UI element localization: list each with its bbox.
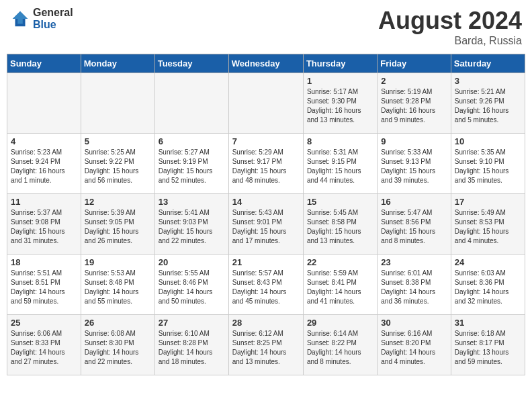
weekday-header-monday: Monday bbox=[81, 54, 154, 73]
day-number: 26 bbox=[85, 318, 151, 328]
day-number: 2 bbox=[381, 76, 447, 86]
day-info: Sunrise: 5:33 AM Sunset: 9:13 PM Dayligh… bbox=[381, 148, 447, 185]
day-info: Sunrise: 5:51 AM Sunset: 8:51 PM Dayligh… bbox=[11, 269, 77, 306]
day-info: Sunrise: 6:12 AM Sunset: 8:25 PM Dayligh… bbox=[232, 329, 300, 367]
calendar-week-4: 18Sunrise: 5:51 AM Sunset: 8:51 PM Dayli… bbox=[7, 255, 525, 315]
day-number: 20 bbox=[159, 257, 225, 267]
day-number: 15 bbox=[307, 197, 373, 207]
calendar-cell: 14Sunrise: 5:43 AM Sunset: 9:01 PM Dayli… bbox=[228, 194, 303, 255]
day-info: Sunrise: 5:47 AM Sunset: 8:56 PM Dayligh… bbox=[381, 208, 447, 246]
day-number: 4 bbox=[11, 136, 77, 146]
calendar-cell: 29Sunrise: 6:14 AM Sunset: 8:22 PM Dayli… bbox=[303, 315, 377, 375]
calendar-cell bbox=[81, 73, 154, 134]
day-info: Sunrise: 5:39 AM Sunset: 9:05 PM Dayligh… bbox=[85, 208, 151, 246]
calendar-cell: 4Sunrise: 5:23 AM Sunset: 9:24 PM Daylig… bbox=[7, 134, 81, 194]
day-info: Sunrise: 5:43 AM Sunset: 9:01 PM Dayligh… bbox=[232, 208, 300, 246]
calendar-cell: 10Sunrise: 5:35 AM Sunset: 9:10 PM Dayli… bbox=[451, 134, 525, 194]
logo: General Blue bbox=[10, 7, 73, 30]
day-number: 28 bbox=[232, 318, 300, 328]
calendar-cell: 30Sunrise: 6:16 AM Sunset: 8:20 PM Dayli… bbox=[378, 315, 451, 375]
logo-icon bbox=[10, 9, 30, 29]
day-number: 18 bbox=[11, 257, 77, 267]
day-number: 6 bbox=[159, 136, 225, 146]
logo-text: General Blue bbox=[33, 7, 73, 30]
calendar-cell: 2Sunrise: 5:19 AM Sunset: 9:28 PM Daylig… bbox=[378, 73, 451, 134]
day-info: Sunrise: 5:41 AM Sunset: 9:03 PM Dayligh… bbox=[159, 208, 225, 246]
calendar-cell: 5Sunrise: 5:25 AM Sunset: 9:22 PM Daylig… bbox=[81, 134, 154, 194]
day-number: 14 bbox=[232, 197, 300, 207]
calendar-cell: 22Sunrise: 5:59 AM Sunset: 8:41 PM Dayli… bbox=[303, 255, 377, 315]
calendar-cell: 8Sunrise: 5:31 AM Sunset: 9:15 PM Daylig… bbox=[303, 134, 377, 194]
day-number: 1 bbox=[307, 76, 373, 86]
day-info: Sunrise: 5:55 AM Sunset: 8:46 PM Dayligh… bbox=[159, 269, 225, 306]
day-info: Sunrise: 5:37 AM Sunset: 9:08 PM Dayligh… bbox=[11, 208, 77, 246]
day-number: 19 bbox=[85, 257, 151, 267]
day-number: 24 bbox=[455, 257, 521, 267]
calendar-week-2: 4Sunrise: 5:23 AM Sunset: 9:24 PM Daylig… bbox=[7, 134, 525, 194]
weekday-header-thursday: Thursday bbox=[303, 54, 377, 73]
calendar-cell: 7Sunrise: 5:29 AM Sunset: 9:17 PM Daylig… bbox=[228, 134, 303, 194]
calendar-cell: 31Sunrise: 6:18 AM Sunset: 8:17 PM Dayli… bbox=[451, 315, 525, 375]
weekday-header-wednesday: Wednesday bbox=[228, 54, 303, 73]
day-number: 13 bbox=[159, 197, 225, 207]
day-number: 5 bbox=[85, 136, 151, 146]
day-info: Sunrise: 5:49 AM Sunset: 8:53 PM Dayligh… bbox=[455, 208, 521, 246]
day-number: 7 bbox=[232, 136, 300, 146]
calendar-cell bbox=[154, 73, 228, 134]
month-title: August 2024 bbox=[378, 7, 522, 35]
day-info: Sunrise: 6:16 AM Sunset: 8:20 PM Dayligh… bbox=[381, 329, 447, 367]
calendar-cell: 27Sunrise: 6:10 AM Sunset: 8:28 PM Dayli… bbox=[154, 315, 228, 375]
day-number: 10 bbox=[455, 136, 521, 146]
day-info: Sunrise: 5:23 AM Sunset: 9:24 PM Dayligh… bbox=[11, 148, 77, 185]
day-info: Sunrise: 5:21 AM Sunset: 9:26 PM Dayligh… bbox=[455, 87, 521, 125]
day-info: Sunrise: 6:18 AM Sunset: 8:17 PM Dayligh… bbox=[455, 329, 521, 367]
calendar-cell: 12Sunrise: 5:39 AM Sunset: 9:05 PM Dayli… bbox=[81, 194, 154, 255]
calendar-body: 1Sunrise: 5:17 AM Sunset: 9:30 PM Daylig… bbox=[7, 73, 525, 375]
calendar-cell: 20Sunrise: 5:55 AM Sunset: 8:46 PM Dayli… bbox=[154, 255, 228, 315]
day-info: Sunrise: 5:57 AM Sunset: 8:43 PM Dayligh… bbox=[232, 269, 300, 306]
calendar-week-5: 25Sunrise: 6:06 AM Sunset: 8:33 PM Dayli… bbox=[7, 315, 525, 375]
calendar-header: SundayMondayTuesdayWednesdayThursdayFrid… bbox=[7, 54, 525, 73]
day-info: Sunrise: 5:29 AM Sunset: 9:17 PM Dayligh… bbox=[232, 148, 300, 185]
calendar-cell: 11Sunrise: 5:37 AM Sunset: 9:08 PM Dayli… bbox=[7, 194, 81, 255]
svg-marker-1 bbox=[13, 11, 28, 24]
day-info: Sunrise: 5:35 AM Sunset: 9:10 PM Dayligh… bbox=[455, 148, 521, 185]
day-number: 21 bbox=[232, 257, 300, 267]
calendar-cell: 13Sunrise: 5:41 AM Sunset: 9:03 PM Dayli… bbox=[154, 194, 228, 255]
calendar-cell: 24Sunrise: 6:03 AM Sunset: 8:36 PM Dayli… bbox=[451, 255, 525, 315]
day-info: Sunrise: 6:08 AM Sunset: 8:30 PM Dayligh… bbox=[85, 329, 151, 367]
day-number: 30 bbox=[381, 318, 447, 328]
calendar-cell: 3Sunrise: 5:21 AM Sunset: 9:26 PM Daylig… bbox=[451, 73, 525, 134]
calendar-cell: 19Sunrise: 5:53 AM Sunset: 8:48 PM Dayli… bbox=[81, 255, 154, 315]
day-info: Sunrise: 5:45 AM Sunset: 8:58 PM Dayligh… bbox=[307, 208, 373, 246]
day-number: 22 bbox=[307, 257, 373, 267]
calendar-cell: 16Sunrise: 5:47 AM Sunset: 8:56 PM Dayli… bbox=[378, 194, 451, 255]
day-info: Sunrise: 5:25 AM Sunset: 9:22 PM Dayligh… bbox=[85, 148, 151, 185]
day-number: 12 bbox=[85, 197, 151, 207]
day-info: Sunrise: 5:53 AM Sunset: 8:48 PM Dayligh… bbox=[85, 269, 151, 306]
calendar-cell: 9Sunrise: 5:33 AM Sunset: 9:13 PM Daylig… bbox=[378, 134, 451, 194]
day-number: 16 bbox=[381, 197, 447, 207]
calendar-cell: 28Sunrise: 6:12 AM Sunset: 8:25 PM Dayli… bbox=[228, 315, 303, 375]
page-header: General Blue August 2024 Barda, Russia bbox=[7, 7, 525, 47]
weekday-row: SundayMondayTuesdayWednesdayThursdayFrid… bbox=[7, 54, 525, 73]
day-info: Sunrise: 6:06 AM Sunset: 8:33 PM Dayligh… bbox=[11, 329, 77, 367]
day-info: Sunrise: 5:31 AM Sunset: 9:15 PM Dayligh… bbox=[307, 148, 373, 185]
logo-general-text: General bbox=[33, 7, 73, 19]
day-info: Sunrise: 6:03 AM Sunset: 8:36 PM Dayligh… bbox=[455, 269, 521, 306]
calendar-week-3: 11Sunrise: 5:37 AM Sunset: 9:08 PM Dayli… bbox=[7, 194, 525, 255]
day-number: 8 bbox=[307, 136, 373, 146]
calendar-table: SundayMondayTuesdayWednesdayThursdayFrid… bbox=[7, 54, 525, 375]
day-number: 25 bbox=[11, 318, 77, 328]
calendar-week-1: 1Sunrise: 5:17 AM Sunset: 9:30 PM Daylig… bbox=[7, 73, 525, 134]
calendar-cell bbox=[228, 73, 303, 134]
calendar-cell: 25Sunrise: 6:06 AM Sunset: 8:33 PM Dayli… bbox=[7, 315, 81, 375]
weekday-header-tuesday: Tuesday bbox=[154, 54, 228, 73]
title-area: August 2024 Barda, Russia bbox=[378, 7, 522, 47]
day-info: Sunrise: 5:17 AM Sunset: 9:30 PM Dayligh… bbox=[307, 87, 373, 125]
day-info: Sunrise: 6:14 AM Sunset: 8:22 PM Dayligh… bbox=[307, 329, 373, 367]
day-number: 17 bbox=[455, 197, 521, 207]
calendar-cell bbox=[7, 73, 81, 134]
day-info: Sunrise: 5:27 AM Sunset: 9:19 PM Dayligh… bbox=[159, 148, 225, 185]
weekday-header-friday: Friday bbox=[378, 54, 451, 73]
